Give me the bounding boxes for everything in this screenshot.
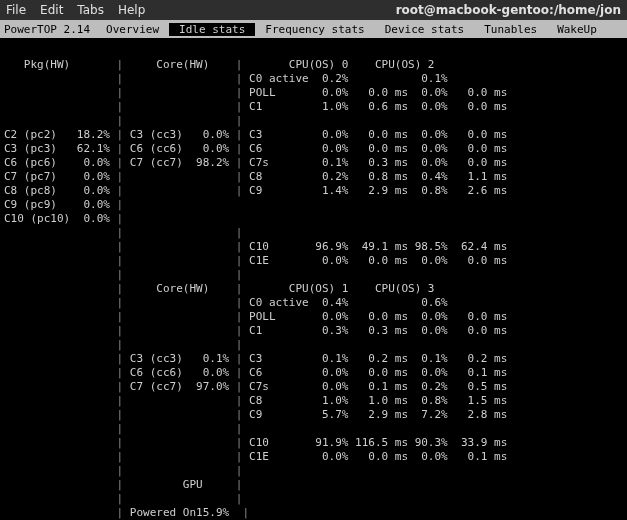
menu-tabs[interactable]: Tabs: [77, 3, 104, 17]
tab-frequency-stats[interactable]: Frequency stats: [255, 23, 374, 36]
menu-help[interactable]: Help: [118, 3, 145, 17]
terminal-output: Pkg(HW) | Core(HW) | CPU(OS) 0 CPU(OS) 2…: [0, 38, 627, 520]
tab-wakeup[interactable]: WakeUp: [547, 23, 607, 36]
menu-edit[interactable]: Edit: [40, 3, 63, 17]
window-menu: File Edit Tabs Help: [6, 3, 145, 17]
tab-overview[interactable]: Overview: [96, 23, 169, 36]
window-titlebar: File Edit Tabs Help root@macbook-gentoo:…: [0, 0, 627, 20]
app-name: PowerTOP 2.14: [0, 23, 96, 36]
powertop-tabbar: PowerTOP 2.14 Overview Idle stats Freque…: [0, 20, 627, 38]
window-title: root@macbook-gentoo:/home/jon: [396, 3, 621, 17]
tab-idle-stats[interactable]: Idle stats: [169, 23, 255, 36]
tab-tunables[interactable]: Tunables: [474, 23, 547, 36]
menu-file[interactable]: File: [6, 3, 26, 17]
tab-device-stats[interactable]: Device stats: [375, 23, 474, 36]
